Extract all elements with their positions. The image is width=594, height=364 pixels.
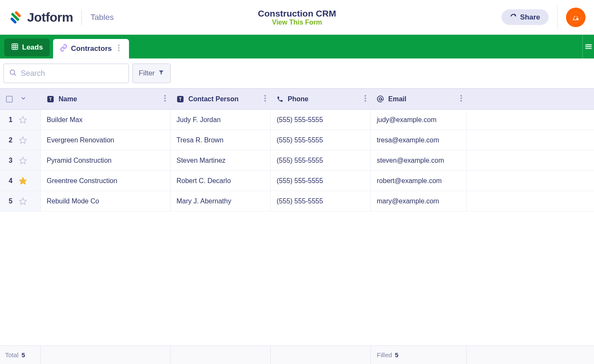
cell-name[interactable]: Pyramid Construction [41, 150, 171, 170]
svg-marker-40 [20, 177, 27, 184]
cell-contact[interactable]: Mary J. Abernathy [171, 191, 271, 211]
share-label: Share [520, 13, 540, 22]
table-header: T Name T Contact Person Phone Email [0, 89, 594, 110]
row-number: 5 [8, 197, 14, 205]
link-icon [60, 44, 67, 54]
app-header: Jotform Tables Construction CRM View Thi… [0, 0, 594, 35]
star-icon[interactable] [19, 197, 27, 206]
section-label[interactable]: Tables [90, 13, 114, 22]
view-form-link[interactable]: View This Form [258, 19, 336, 26]
table-row[interactable]: 5Rebuild Mode CoMary J. Abernathy(555) 5… [0, 191, 594, 211]
column-more-icon[interactable] [460, 95, 462, 103]
star-icon[interactable] [19, 116, 27, 124]
tab-leads[interactable]: Leads [4, 39, 50, 56]
cell-email[interactable]: tresa@example.com [371, 130, 467, 150]
select-dropdown-icon[interactable] [20, 95, 26, 103]
svg-point-14 [118, 50, 120, 51]
svg-point-28 [264, 97, 266, 99]
search-icon [9, 69, 17, 78]
share-icon [510, 13, 517, 22]
column-more-icon[interactable] [164, 95, 166, 103]
tab-contractors[interactable]: Contractors [53, 39, 129, 58]
at-sign-icon [377, 95, 384, 103]
svg-point-12 [118, 44, 120, 46]
footer-filled: Filled 5 [371, 346, 467, 364]
cell-phone[interactable]: (555) 555-5555 [271, 171, 371, 191]
filter-icon [158, 69, 164, 78]
cell-contact[interactable]: Robert C. Decarlo [171, 171, 271, 191]
toolbar: Filter [0, 58, 594, 88]
cell-email[interactable]: steven@example.com [371, 150, 467, 170]
svg-line-19 [14, 74, 15, 75]
tab-label: Contractors [71, 44, 112, 53]
cell-email[interactable]: robert@example.com [371, 171, 467, 191]
svg-point-23 [164, 97, 166, 99]
header-center: Construction CRM View This Form [258, 8, 336, 26]
cell-phone[interactable]: (555) 555-5555 [271, 150, 371, 170]
column-header-name[interactable]: T Name [41, 89, 171, 109]
phone-icon [277, 96, 283, 103]
filter-button[interactable]: Filter [132, 64, 171, 83]
svg-text:T: T [49, 96, 52, 101]
column-header-phone[interactable]: Phone [271, 89, 371, 109]
star-icon[interactable] [19, 156, 27, 165]
cell-contact[interactable]: Steven Martinez [171, 150, 271, 170]
svg-point-13 [118, 47, 120, 49]
table-row[interactable]: 1Builder MaxJudy F. Jordan(555) 555-5555… [0, 110, 594, 130]
cell-email[interactable]: judy@example.com [371, 110, 467, 130]
svg-point-34 [460, 95, 462, 97]
star-icon[interactable] [19, 177, 27, 185]
sidebar-toggle[interactable] [582, 35, 594, 58]
svg-point-22 [164, 95, 166, 97]
svg-point-31 [364, 97, 366, 99]
footer-total: Total 5 [0, 346, 41, 364]
svg-point-30 [364, 95, 366, 97]
column-header-email[interactable]: Email [371, 89, 467, 109]
svg-point-32 [364, 100, 366, 102]
logo-block[interactable]: Jotform [8, 10, 73, 25]
select-all-checkbox[interactable] [6, 96, 13, 103]
text-type-icon: T [177, 95, 184, 103]
svg-marker-41 [20, 197, 27, 204]
cell-contact[interactable]: Judy F. Jordan [171, 110, 271, 130]
table-row[interactable]: 3Pyramid ConstructionSteven Martinez(555… [0, 150, 594, 171]
divider [81, 10, 82, 25]
jotform-logo-icon [8, 10, 23, 25]
column-more-icon[interactable] [264, 95, 266, 103]
svg-point-27 [264, 95, 266, 97]
svg-point-24 [164, 100, 166, 102]
column-header-contact[interactable]: T Contact Person [171, 89, 271, 109]
star-icon[interactable] [19, 136, 27, 144]
svg-point-29 [264, 100, 266, 102]
cell-name[interactable]: Rebuild Mode Co [41, 191, 171, 211]
svg-text:T: T [179, 96, 182, 101]
search-input-wrap[interactable] [3, 64, 129, 83]
brand-name: Jotform [27, 10, 73, 25]
grid-icon [11, 43, 19, 53]
table-row[interactable]: 4Greentree ConstructionRobert C. Decarlo… [0, 171, 594, 191]
table-row[interactable]: 2Evergreen RenovationTresa R. Brown(555)… [0, 130, 594, 150]
search-input[interactable] [21, 69, 123, 78]
cell-name[interactable]: Greentree Construction [41, 171, 171, 191]
avatar[interactable] [566, 8, 586, 27]
cell-email[interactable]: mary@example.com [371, 191, 467, 211]
data-table: T Name T Contact Person Phone Email [0, 88, 594, 211]
tabs-bar: Leads Contractors [0, 35, 594, 58]
cell-name[interactable]: Evergreen Renovation [41, 130, 171, 150]
row-number: 3 [8, 157, 14, 164]
svg-marker-37 [20, 116, 27, 123]
svg-point-36 [460, 100, 462, 102]
share-button[interactable]: Share [502, 9, 549, 25]
page-title[interactable]: Construction CRM [258, 8, 336, 19]
cell-phone[interactable]: (555) 555-5555 [271, 130, 371, 150]
row-number: 1 [8, 116, 14, 124]
cell-phone[interactable]: (555) 555-5555 [271, 110, 371, 130]
column-more-icon[interactable] [364, 95, 366, 103]
tab-more-icon[interactable] [115, 44, 122, 53]
cell-name[interactable]: Builder Max [41, 110, 171, 130]
cell-contact[interactable]: Tresa R. Brown [171, 130, 271, 150]
divider [557, 5, 558, 30]
tab-label: Leads [22, 43, 43, 52]
svg-marker-38 [20, 136, 27, 143]
cell-phone[interactable]: (555) 555-5555 [271, 191, 371, 211]
